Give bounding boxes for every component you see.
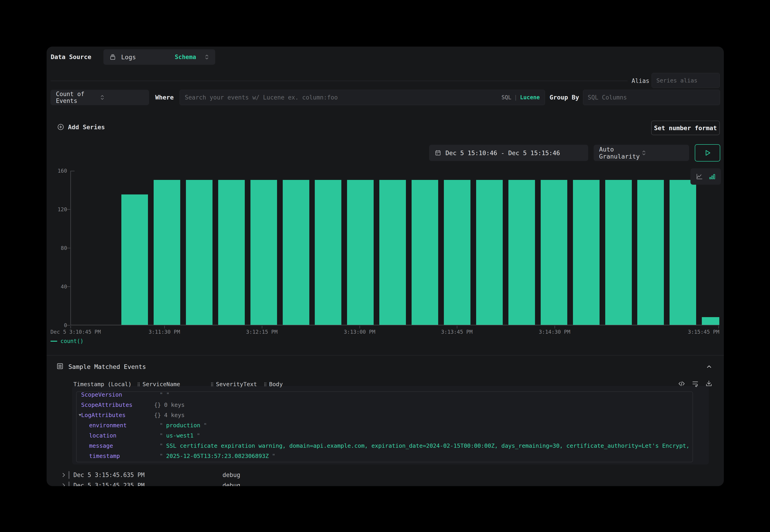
event-row[interactable]: Dec 5 3:15:45.235 PM debug — [47, 480, 724, 486]
drag-handle-icon[interactable] — [264, 382, 267, 387]
toggle-separator: | — [514, 94, 517, 101]
data-source-value: Logs — [121, 54, 170, 61]
search-input[interactable] — [185, 94, 501, 101]
download-icon[interactable] — [705, 380, 713, 387]
alias-label: Alias — [632, 77, 649, 84]
chevron-right-icon[interactable] — [61, 482, 67, 486]
severity-bar — [68, 482, 70, 486]
text-wrap-icon[interactable] — [692, 380, 699, 387]
chart-bar — [315, 180, 341, 325]
drag-handle-icon[interactable] — [210, 382, 214, 387]
x-axis-label: 3:13:45 PM — [441, 329, 473, 335]
chart-bar — [476, 180, 503, 325]
chart-bar — [154, 180, 180, 325]
detail-row[interactable]: message SSL certificate expiration warni… — [77, 441, 693, 451]
column-header-severitytext[interactable]: SeverityText — [210, 381, 257, 388]
time-range-picker[interactable]: Dec 5 15:10:46 - Dec 5 15:15:46 — [429, 145, 588, 161]
time-range-value: Dec 5 15:10:46 - Dec 5 15:15:46 — [446, 149, 560, 157]
y-axis-tick: 80 — [51, 245, 67, 251]
lucene-toggle[interactable]: Lucene — [520, 94, 540, 101]
x-axis-label: Dec 5 3:10:45 PM — [50, 329, 101, 335]
chart-bar — [670, 180, 696, 325]
collapse-chevron-icon[interactable] — [706, 363, 713, 370]
chart-plot — [70, 171, 719, 325]
chart-bar — [283, 180, 309, 325]
chart-bar — [509, 180, 535, 325]
chart-bar — [186, 180, 212, 325]
severity-bar — [68, 471, 70, 479]
column-header-body[interactable]: Body — [264, 381, 283, 388]
x-tick-mark — [555, 326, 555, 328]
y-axis-tick: 0 — [51, 322, 67, 328]
detail-row[interactable]: LogAttributes {}4 keys — [77, 410, 693, 420]
where-label: Where — [155, 94, 174, 101]
detail-row[interactable]: environment production — [77, 420, 693, 430]
chart-bar — [347, 180, 373, 325]
y-tick-mark — [67, 248, 70, 248]
x-tick-mark — [718, 326, 719, 328]
event-row[interactable]: Dec 5 3:15:45.635 PM debug — [47, 470, 724, 480]
detail-row[interactable]: location us-west1 — [77, 430, 693, 441]
chevron-updown-icon — [204, 54, 209, 60]
column-header-timestamp[interactable]: Timestamp (Local) — [73, 381, 132, 388]
chart-type-toolbar — [690, 168, 721, 185]
event-detail-panel: ScopeVersion ScopeAttributes {}0 keys Lo… — [76, 391, 693, 462]
calendar-icon — [435, 149, 442, 156]
y-tick-mark — [67, 209, 70, 210]
code-icon[interactable] — [678, 380, 685, 387]
chart-bar — [379, 180, 406, 325]
sample-matched-events-title: Sample Matched Events — [68, 363, 146, 370]
chart-bar — [702, 317, 719, 325]
add-series-button[interactable]: Add Series — [57, 123, 105, 131]
plus-circle-icon — [57, 123, 64, 131]
drag-handle-icon[interactable] — [137, 382, 140, 387]
chevron-updown-icon — [100, 94, 144, 101]
chart-bar — [444, 180, 471, 325]
line-chart-icon[interactable] — [696, 173, 703, 180]
aggregate-select[interactable]: Count of Events — [50, 90, 149, 105]
alias-input[interactable] — [652, 73, 720, 88]
run-query-button[interactable] — [695, 144, 720, 162]
logs-icon — [109, 54, 116, 60]
schema-link[interactable]: Schema — [175, 54, 196, 60]
x-axis-label: 3:15:45 PM — [688, 329, 719, 335]
y-axis-tick: 160 — [51, 168, 67, 174]
x-axis-label: 3:13:00 PM — [344, 329, 375, 335]
table-actions — [678, 380, 713, 387]
add-series-label: Add Series — [68, 124, 105, 131]
y-axis-tick: 120 — [51, 206, 67, 212]
data-source-select[interactable]: Logs Schema — [103, 49, 215, 65]
legend-label: count() — [60, 338, 83, 344]
column-header-servicename[interactable]: ServiceName — [137, 381, 180, 388]
granularity-value: Auto Granularity — [599, 146, 641, 160]
query-builder-panel: Data Source Logs Schema Alias Count of E… — [47, 47, 724, 486]
detail-row[interactable]: timestamp 2025-12-05T13:57:23.082306893Z — [77, 451, 693, 461]
divider — [51, 81, 628, 81]
y-tick-mark — [67, 286, 70, 287]
detail-row[interactable]: ScopeVersion — [77, 391, 693, 400]
chart-bar — [412, 180, 438, 325]
chart-bar — [637, 180, 664, 325]
divider — [47, 355, 724, 355]
event-timestamp: Dec 5 3:15:45.635 PM — [73, 472, 144, 478]
x-tick-mark — [164, 326, 165, 328]
aggregate-value: Count of Events — [56, 91, 100, 104]
legend-swatch — [50, 341, 57, 342]
group-by-box — [583, 90, 720, 105]
granularity-select[interactable]: Auto Granularity — [594, 145, 689, 161]
chevron-updown-icon — [641, 149, 684, 156]
set-number-format-button[interactable]: Set number format — [651, 121, 720, 135]
data-source-label: Data Source — [51, 53, 91, 60]
group-by-input[interactable] — [588, 94, 715, 101]
detail-row[interactable]: ScopeAttributes {}0 keys — [77, 400, 693, 410]
search-box: SQL | Lucene — [179, 90, 545, 105]
event-severity: debug — [222, 482, 240, 486]
x-tick-mark — [359, 326, 360, 328]
chart-legend: count() — [50, 338, 83, 344]
event-timestamp: Dec 5 3:15:45.235 PM — [73, 482, 144, 486]
x-axis-label: 3:14:30 PM — [539, 329, 570, 335]
bar-chart-icon[interactable] — [708, 173, 716, 180]
chevron-right-icon[interactable] — [61, 472, 67, 478]
y-axis-tick: 40 — [51, 284, 67, 290]
sql-toggle[interactable]: SQL — [501, 94, 511, 101]
